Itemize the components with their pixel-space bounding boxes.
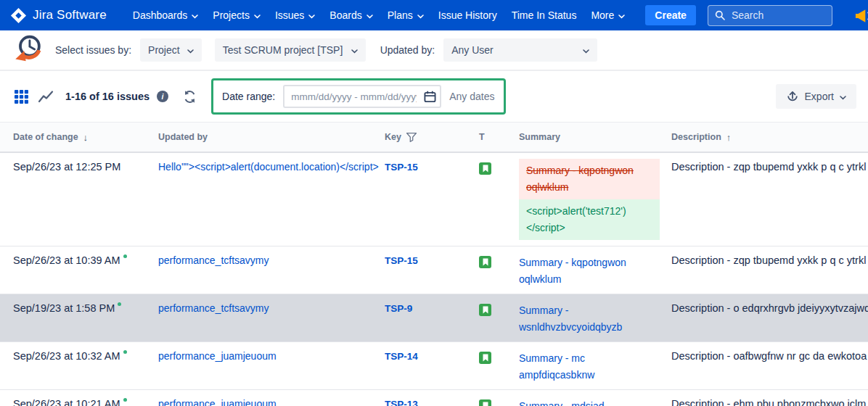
any-dates-label: Any dates — [449, 91, 494, 102]
col-header-date-of-change[interactable]: Date of change ↓ — [13, 132, 158, 143]
summary-link[interactable]: Summary - kqpotngwon oqlwklum — [519, 254, 661, 288]
toolbar: 1-16 of 16 issues i Date range: Any date… — [0, 71, 868, 123]
updated-by-cell: performance_tcftsavymy — [158, 294, 385, 341]
chevron-down-icon — [351, 44, 358, 56]
nav-search[interactable] — [708, 5, 832, 26]
summary-removed-diff: Summary - kqpotngwon oqlwklum — [519, 159, 660, 199]
key-cell: TSP-9 — [385, 294, 479, 341]
megaphone-icon[interactable] — [853, 6, 868, 29]
unread-dot — [118, 302, 121, 306]
summary-cell: Summary - wsnldhvzbvcyoidqbyzb — [519, 294, 671, 341]
project-select[interactable]: Test SCRUM project [TSP] — [215, 38, 366, 62]
chart-view-icon[interactable] — [36, 87, 57, 106]
table-row: Sep/19/23 at 1:58 PM performance_tcftsav… — [0, 294, 868, 342]
updated-by-link[interactable]: performance_tcftsavymy — [158, 254, 374, 266]
type-cell — [479, 390, 519, 406]
description-cell: Description - oafbwgfnw nr gc da ewkotoa — [671, 342, 868, 389]
type-cell — [479, 294, 519, 341]
search-icon — [715, 10, 725, 20]
col-header-type: T — [479, 132, 519, 142]
nav-item-issue-history[interactable]: Issue History — [438, 9, 497, 21]
chevron-down-icon — [192, 9, 198, 21]
date-cell: Sep/19/23 at 1:58 PM — [13, 294, 158, 341]
nav-item-projects[interactable]: Projects — [213, 9, 261, 21]
top-nav: Jira Software Dashboards Projects Issues… — [0, 0, 868, 30]
summary-link[interactable]: Summary - mdsiad gnzcwiovaou — [519, 398, 661, 406]
issue-key-link[interactable]: TSP-15 — [385, 162, 418, 173]
updated-by-label: Updated by: — [380, 44, 435, 56]
table-header: Date of change ↓ Updated by Key T Summar… — [0, 123, 868, 153]
export-icon — [786, 90, 799, 103]
chevron-down-icon — [618, 9, 625, 21]
summary-added-diff: <script>alert('test712') </script> — [519, 199, 660, 240]
description-cell: Description - o edqrxhrgvb jdeiyyxytvzaj… — [671, 294, 868, 341]
summary-cell: Summary - mdsiad gnzcwiovaou — [519, 390, 671, 406]
issue-key-link[interactable]: TSP-13 — [385, 399, 418, 406]
date-range-field — [283, 85, 441, 108]
updated-by-cell: performance_juamjeuoum — [158, 390, 385, 406]
date-cell: Sep/26/23 at 10:39 AM — [13, 246, 158, 294]
issue-key-link[interactable]: TSP-14 — [385, 351, 418, 362]
chevron-down-icon — [308, 9, 315, 21]
updated-by-link[interactable]: performance_juamjeuoum — [158, 350, 374, 362]
date-range-input[interactable] — [283, 85, 441, 108]
chevron-down-icon — [367, 9, 373, 21]
summary-link[interactable]: Summary - mc ampfdiqcasbknw — [519, 350, 661, 384]
filter-funnel-icon[interactable] — [406, 133, 417, 142]
table-row: Sep/26/23 at 10:39 AM performance_tcftsa… — [0, 246, 868, 294]
jira-logo-icon — [10, 7, 27, 24]
updated-by-select[interactable]: Any User — [443, 38, 597, 62]
chevron-down-icon — [583, 44, 589, 56]
issue-source-select[interactable]: Project — [140, 38, 202, 62]
nav-item-boards[interactable]: Boards — [329, 9, 372, 21]
refresh-icon[interactable] — [180, 87, 200, 107]
sort-asc-icon[interactable]: ↑ — [726, 132, 732, 143]
issue-count: 1-16 of 16 issues — [65, 91, 150, 102]
table-row: Sep/26/23 at 10:21 AM performance_juamje… — [0, 390, 868, 406]
updated-by-cell: Hello""><script>alert(document.location)… — [158, 153, 385, 246]
updated-by-link[interactable]: performance_tcftsavymy — [158, 302, 374, 314]
unread-dot — [123, 398, 127, 402]
updated-by-cell: performance_tcftsavymy — [158, 246, 385, 294]
nav-item-time-in-status[interactable]: Time In Status — [512, 9, 577, 21]
story-icon — [479, 352, 491, 364]
date-range-label: Date range: — [222, 91, 275, 102]
brand-name: Jira Software — [33, 8, 107, 22]
date-range-group: Date range: Any dates — [211, 78, 505, 115]
date-cell: Sep/26/23 at 10:32 AM — [13, 342, 158, 389]
col-header-updated-by[interactable]: Updated by — [158, 132, 385, 142]
date-cell: Sep/26/23 at 12:25 PM — [13, 153, 158, 246]
updated-by-link[interactable]: performance_juamjeuoum — [158, 398, 374, 406]
key-cell: TSP-13 — [385, 390, 479, 406]
key-cell: TSP-14 — [385, 342, 479, 389]
summary-link[interactable]: Summary - wsnldhvzbvcyoidqbyzb — [519, 302, 661, 336]
issue-key-link[interactable]: TSP-9 — [385, 303, 412, 314]
col-header-description[interactable]: Description ↑ — [671, 132, 868, 143]
col-header-summary[interactable]: Summary — [519, 132, 671, 142]
nav-item-plans[interactable]: Plans — [388, 9, 424, 21]
sort-desc-icon[interactable]: ↓ — [83, 132, 89, 143]
chevron-down-icon — [254, 9, 261, 21]
create-button[interactable]: Create — [645, 5, 696, 25]
nav-item-dashboards[interactable]: Dashboards — [133, 9, 199, 21]
calendar-icon[interactable] — [424, 91, 436, 106]
summary-cell: Summary - mc ampfdiqcasbknw — [519, 342, 671, 389]
date-cell: Sep/26/23 at 10:21 AM — [13, 390, 158, 406]
updated-by-link[interactable]: Hello""><script>alert(document.location)… — [158, 161, 374, 173]
select-issues-by-label: Select issues by: — [55, 44, 131, 56]
grid-view-icon[interactable] — [12, 87, 31, 107]
issue-key-link[interactable]: TSP-15 — [385, 255, 418, 266]
info-icon[interactable]: i — [157, 91, 168, 102]
summary-cell: Summary - kqpotngwon oqlwklum — [519, 246, 671, 294]
search-input[interactable] — [730, 9, 817, 22]
nav-item-issues[interactable]: Issues — [275, 9, 315, 21]
unread-dot — [123, 350, 127, 354]
description-cell: Description - zqp tbupemd yxkk p q c ytr… — [671, 153, 868, 246]
description-cell: Description - zqp tbupemd yxkk p q c ytr… — [671, 246, 868, 294]
chevron-down-icon — [840, 91, 846, 102]
export-button[interactable]: Export — [776, 84, 856, 109]
jira-brand[interactable]: Jira Software — [10, 7, 107, 24]
type-cell — [479, 246, 519, 294]
col-header-key[interactable]: Key — [385, 132, 479, 142]
nav-item-more[interactable]: More — [591, 9, 625, 21]
